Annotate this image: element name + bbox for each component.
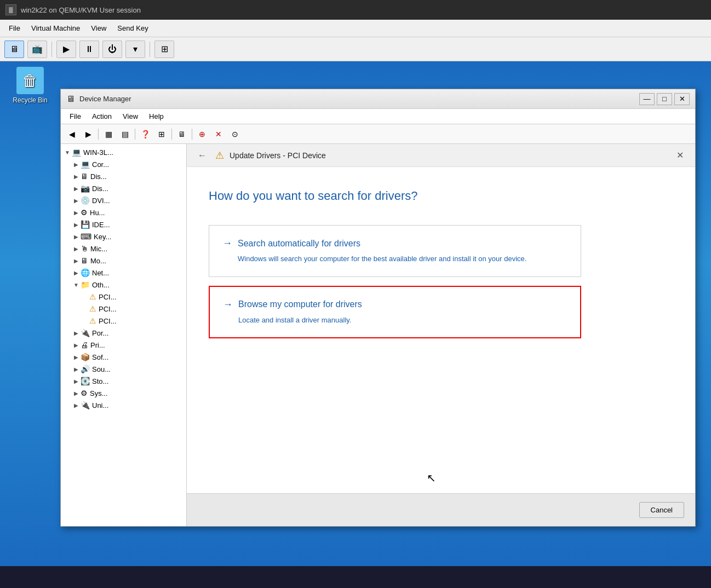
ud-browse-arrow-icon: → <box>223 299 233 310</box>
pause-button[interactable]: ⏸ <box>79 41 99 58</box>
device-manager-window: 🖥 Device Manager — □ ✕ File Action View … <box>60 89 696 527</box>
dm-maximize-button[interactable]: □ <box>657 93 672 105</box>
host-menubar: File Virtual Machine View Send Key <box>0 20 711 37</box>
host-menu-vm[interactable]: Virtual Machine <box>27 22 84 34</box>
dm-tool-sep2 <box>135 129 135 140</box>
tree-item-key[interactable]: ▶ ⌨ Key... <box>61 230 186 243</box>
tree-item-hum[interactable]: ▶ ⚙ Hu... <box>61 206 186 218</box>
dm-menu-file[interactable]: File <box>65 111 85 122</box>
tree-expand-sys: ▶ <box>72 389 81 397</box>
desktop: 🗑 Recycle Bin 🖥 Device Manager — □ ✕ Fil… <box>0 61 711 566</box>
dm-menubar: File Action View Help <box>61 109 695 124</box>
tree-expand-disk1: ▶ <box>72 172 81 181</box>
tree-icon-net: 🌐 <box>81 268 90 277</box>
tree-label-sof: Sof... <box>92 353 108 361</box>
tree-item-ide[interactable]: ▶ 💾 IDE... <box>61 218 186 230</box>
dm-tool-update[interactable]: ⊕ <box>194 127 210 141</box>
dm-titlebar-left: 🖥 Device Manager <box>66 94 131 104</box>
tree-expand-uni: ▶ <box>72 401 81 410</box>
dm-tool-list[interactable]: ▤ <box>117 127 133 141</box>
dm-tool-forward[interactable]: ▶ <box>81 127 96 141</box>
ud-footer: Cancel <box>187 493 695 526</box>
ud-option-auto[interactable]: → Search automatically for drivers Windo… <box>209 225 581 277</box>
tree-expand-sto: ▶ <box>72 377 81 385</box>
ud-titlebar-left: ← ⚠ Update Drivers - PCI Device <box>194 148 326 163</box>
dm-tool-help[interactable]: ❓ <box>137 127 153 141</box>
dm-menu-action[interactable]: Action <box>88 111 116 122</box>
power-arrow-button[interactable]: ▾ <box>125 41 145 58</box>
dm-menu-view[interactable]: View <box>118 111 142 122</box>
tree-item-warn2[interactable]: ⚠ PCI... <box>61 303 186 315</box>
tree-icon-pri: 🖨 <box>81 341 88 349</box>
tree-expand-warn2 <box>81 304 89 313</box>
tree-item-oth[interactable]: ▼ 📁 Oth... <box>61 279 186 291</box>
recycle-bin-icon: 🗑 <box>16 67 44 94</box>
dm-tool-scan[interactable]: ⊙ <box>227 127 243 141</box>
tree-item-disk2[interactable]: ▶ 📷 Dis... <box>61 182 186 194</box>
power-button[interactable]: ⏻ <box>102 41 122 58</box>
tree-item-mic[interactable]: ▶ 🖱 Mic... <box>61 243 186 255</box>
dm-tree: ▼ 💻 WIN-3L... ▶ 💻 Cor... ▶ 🖥 Dis... <box>61 144 187 526</box>
dm-close-button[interactable]: ✕ <box>674 93 690 105</box>
play-button[interactable]: ▶ <box>56 41 76 58</box>
ud-auto-title-text: Search automatically for drivers <box>238 239 360 249</box>
tree-item-mon[interactable]: ▶ 🖥 Mo... <box>61 255 186 267</box>
tree-item-sto[interactable]: ▶ 💽 Sto... <box>61 375 186 387</box>
dm-tool-monitor[interactable]: 🖥 <box>174 127 190 141</box>
host-menu-sendkey[interactable]: Send Key <box>113 22 152 34</box>
dm-tool-properties[interactable]: ⊞ <box>154 127 169 141</box>
cancel-button[interactable]: Cancel <box>639 502 684 518</box>
tree-expand-sou: ▶ <box>72 365 81 373</box>
tree-item-uni[interactable]: ▶ 🔌 Uni... <box>61 399 186 411</box>
dm-title-text: Device Manager <box>79 95 131 103</box>
dm-minimize-button[interactable]: — <box>639 93 655 105</box>
dm-tool-remove[interactable]: ✕ <box>211 127 226 141</box>
tree-icon-disk1: 🖥 <box>81 172 88 181</box>
screenshot-button[interactable]: ⊞ <box>154 41 174 58</box>
ud-close-button[interactable]: ✕ <box>672 148 687 163</box>
tree-item-warn1[interactable]: ⚠ PCI... <box>61 291 186 303</box>
tree-item-warn3[interactable]: ⚠ PCI... <box>61 315 186 327</box>
display-button[interactable]: 📺 <box>27 41 47 58</box>
tree-root[interactable]: ▼ 💻 WIN-3L... <box>61 146 186 158</box>
ud-title-text: Update Drivers - PCI Device <box>230 151 326 160</box>
dm-tool-grid[interactable]: ▦ <box>101 127 116 141</box>
ud-question: How do you want to search for drivers? <box>209 189 673 203</box>
tree-label-root: WIN-3L... <box>83 148 113 157</box>
ud-back-button[interactable]: ← <box>194 148 210 163</box>
tree-icon-dvi: 💿 <box>81 196 90 205</box>
tree-item-sof[interactable]: ▶ 📦 Sof... <box>61 351 186 363</box>
tree-label-key: Key... <box>94 233 111 241</box>
tree-expand-pri: ▶ <box>72 341 81 349</box>
host-toolbar: 🖥 📺 ▶ ⏸ ⏻ ▾ ⊞ <box>0 37 711 61</box>
tree-item-por[interactable]: ▶ 🔌 Por... <box>61 327 186 339</box>
tree-item-cor[interactable]: ▶ 💻 Cor... <box>61 158 186 170</box>
host-menu-view[interactable]: View <box>87 22 111 34</box>
tree-icon-hum: ⚙ <box>81 208 88 217</box>
tree-item-pri[interactable]: ▶ 🖨 Pri... <box>61 339 186 351</box>
tree-expand-mon: ▶ <box>72 256 81 265</box>
tree-item-sou[interactable]: ▶ 🔊 Sou... <box>61 363 186 375</box>
dm-menu-help[interactable]: Help <box>145 111 168 122</box>
ud-body: How do you want to search for drivers? →… <box>187 167 695 493</box>
dm-tool-back[interactable]: ◀ <box>64 127 79 141</box>
tree-label-sou: Sou... <box>92 365 111 373</box>
tree-label-disk2: Dis... <box>92 185 108 193</box>
tree-expand-dvi: ▶ <box>72 196 81 205</box>
dm-right-panel: ← ⚠ Update Drivers - PCI Device ✕ How do… <box>187 144 695 526</box>
monitor-button[interactable]: 🖥 <box>4 41 24 58</box>
dm-titlebar-controls: — □ ✕ <box>639 93 690 105</box>
tree-item-sys[interactable]: ▶ ⚙ Sys... <box>61 387 186 399</box>
tree-icon-mic: 🖱 <box>81 244 88 253</box>
tree-icon-cor: 💻 <box>81 160 90 169</box>
ud-title-icon: ⚠ <box>215 149 224 162</box>
recycle-bin[interactable]: 🗑 Recycle Bin <box>11 67 49 104</box>
ud-option-browse[interactable]: → Browse my computer for drivers Locate … <box>209 286 581 339</box>
tree-icon-disk2: 📷 <box>81 184 90 193</box>
host-menu-file[interactable]: File <box>4 22 25 34</box>
tree-expand-warn3 <box>81 316 89 325</box>
tree-item-dvi[interactable]: ▶ 💿 DVI... <box>61 194 186 206</box>
tree-item-net[interactable]: ▶ 🌐 Net... <box>61 267 186 279</box>
tree-icon-sto: 💽 <box>81 377 90 385</box>
tree-item-disk1[interactable]: ▶ 🖥 Dis... <box>61 170 186 182</box>
